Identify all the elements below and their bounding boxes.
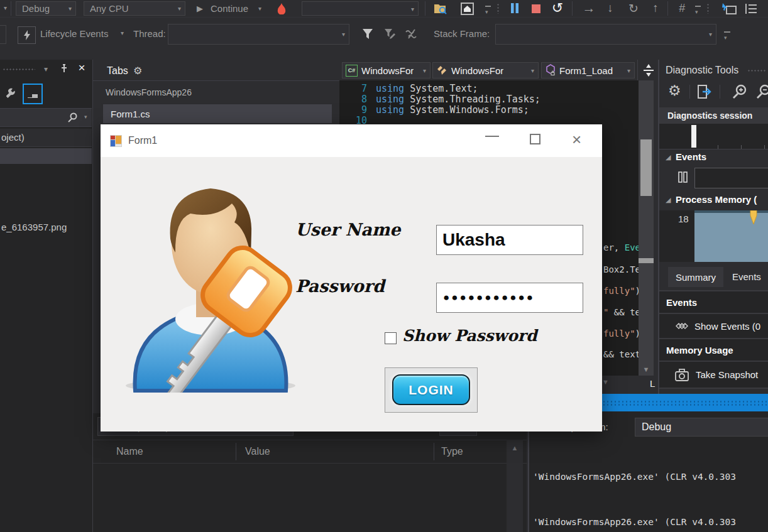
split-editor-icon[interactable]: [637, 60, 659, 80]
minimize-button[interactable]: [485, 136, 499, 137]
editor-scrollbar[interactable]: ▼: [639, 80, 654, 389]
toolbar-overflow-icon[interactable]: ▾: [695, 6, 701, 18]
diagnostics-timeline[interactable]: [659, 124, 768, 149]
toolbar-row2: Lifecycle Events ▾ Thread: ▾ Stack Frame…: [0, 17, 768, 51]
toolbar-edge-fragment: [0, 25, 6, 44]
properties-wrench-icon[interactable]: [5, 86, 20, 101]
properties-search-input[interactable]: ▾: [0, 108, 92, 127]
show-events-row[interactable]: Show Events (0: [659, 313, 768, 338]
code-line[interactable]: 7 using System.Text;: [339, 83, 639, 94]
raw-view-icon[interactable]: #: [674, 0, 690, 16]
username-field[interactable]: Ukasha: [436, 225, 583, 255]
chevron-down-icon[interactable]: ▾: [117, 30, 128, 36]
panel-grip-handle[interactable]: [747, 69, 766, 73]
stack-frame-combo[interactable]: ▾: [495, 24, 716, 45]
column-header-name[interactable]: Name: [116, 446, 143, 457]
stop-debugging-icon[interactable]: [529, 3, 543, 14]
events-view-button[interactable]: [23, 84, 43, 104]
login-button-face[interactable]: LOGIN: [392, 374, 470, 405]
filter-edit-icon[interactable]: [382, 26, 397, 42]
step-over-icon[interactable]: ↻: [625, 0, 642, 16]
chevron-down-icon: ▾: [174, 5, 185, 12]
collapse-triangle-icon[interactable]: ◢: [666, 196, 671, 204]
output-log[interactable]: 'WindowsFormsApp26.exe' (CLR v4.0.303 'W…: [533, 439, 768, 532]
memory-usage-header: Memory Usage: [659, 345, 733, 356]
output-source-combo[interactable]: Debug: [635, 418, 768, 437]
flat-view-icon[interactable]: [403, 26, 420, 42]
zoom-out-icon[interactable]: [755, 84, 768, 100]
scrollbar-thumb[interactable]: [640, 139, 652, 196]
chevron-down-icon[interactable]: ▾: [0, 4, 11, 11]
timeline-thumb[interactable]: [691, 125, 696, 148]
step-out-icon[interactable]: ↑: [647, 0, 664, 16]
gear-icon[interactable]: ⚙: [668, 82, 681, 99]
tab-events[interactable]: Events: [732, 271, 761, 282]
watch-scrollbar[interactable]: ▲: [507, 440, 523, 532]
scrollbar-down-arrow-icon[interactable]: ▼: [640, 364, 652, 374]
pin-icon[interactable]: [58, 62, 70, 75]
collapse-triangle-icon[interactable]: ◢: [666, 153, 671, 161]
toolbar-separator: [667, 1, 668, 16]
hot-reload-flame-icon[interactable]: [275, 3, 288, 15]
toolbar-empty-combo[interactable]: ▾: [302, 1, 419, 16]
output-source-value: Debug: [635, 421, 671, 433]
nav-member-dropdown[interactable]: Form1_Load ▾: [541, 62, 635, 79]
lifecycle-events-icon[interactable]: [18, 26, 36, 44]
events-track[interactable]: [694, 168, 768, 188]
code-line[interactable]: 9 using System.Windows.Forms;: [339, 104, 639, 115]
lifecycle-events-label[interactable]: Lifecycle Events: [40, 28, 108, 39]
take-snapshot-row[interactable]: Take Snapshot: [659, 361, 768, 389]
toolbar-overflow-icon[interactable]: ▾: [724, 31, 730, 43]
toolbar-grip-handle[interactable]: [496, 3, 500, 14]
chevron-down-icon[interactable]: ▼: [602, 378, 609, 386]
tab-form1-cs[interactable]: Form1.cs: [103, 104, 332, 123]
chevron-down-icon: ▾: [338, 31, 349, 38]
zoom-in-icon[interactable]: [731, 84, 749, 100]
toolbar-separator: [11, 1, 11, 16]
column-header-value[interactable]: Value: [245, 446, 270, 457]
tab-label: Form1.cs: [103, 109, 150, 119]
login-button[interactable]: LOGIN: [385, 367, 478, 413]
close-icon[interactable]: ×: [75, 61, 88, 75]
show-password-checkbox[interactable]: [385, 332, 397, 344]
step-into-icon[interactable]: ↓: [602, 0, 618, 16]
column-separator[interactable]: [236, 443, 236, 460]
debug-configuration-combo[interactable]: Debug ▾: [16, 1, 76, 16]
debug-configuration-value: Debug: [16, 3, 50, 14]
run-to-cursor-icon[interactable]: →: [579, 0, 598, 16]
toolbar-overflow-icon[interactable]: ▾: [485, 6, 491, 18]
thread-combo[interactable]: ▾: [168, 24, 349, 45]
chevron-down-icon: ▾: [419, 67, 430, 74]
form1-titlebar[interactable]: Form1 ×: [101, 124, 602, 157]
scrollbar-up-arrow-icon[interactable]: ▲: [509, 443, 520, 452]
column-header-type[interactable]: Type: [441, 446, 463, 457]
password-field[interactable]: ●●●●●●●●●●●: [436, 283, 583, 313]
nav-project-dropdown[interactable]: C# WindowsFor ▾: [342, 62, 431, 79]
show-all-windows-icon[interactable]: [459, 1, 476, 16]
platform-combo[interactable]: Any CPU ▾: [84, 1, 185, 16]
continue-button[interactable]: ▶ Continue ▾: [195, 0, 265, 17]
timeline-tick: [741, 145, 742, 149]
code-line[interactable]: 8 using System.Threading.Tasks;: [339, 94, 639, 104]
tab-summary[interactable]: Summary: [668, 267, 723, 287]
call-hierarchy-icon[interactable]: [743, 1, 760, 16]
maximize-button[interactable]: [530, 134, 540, 144]
close-button[interactable]: ×: [572, 130, 581, 149]
chevron-down-icon[interactable]: ▾: [40, 65, 52, 73]
export-icon[interactable]: [696, 84, 713, 100]
toolbar-grip-handle[interactable]: [706, 3, 710, 14]
browse-folder-icon[interactable]: [432, 1, 449, 16]
column-separator[interactable]: [434, 443, 434, 460]
toolbar-separator: [425, 1, 425, 16]
gear-icon[interactable]: ⚙: [133, 65, 142, 77]
filter-icon[interactable]: [360, 26, 375, 42]
properties-object-row[interactable]: oject): [0, 129, 92, 147]
panel-grip-handle[interactable]: [3, 68, 35, 72]
show-next-statement-icon[interactable]: [720, 1, 738, 16]
memory-area-chart[interactable]: [694, 210, 768, 262]
restart-debugging-icon[interactable]: ↺: [549, 0, 566, 16]
properties-selected-row[interactable]: [0, 148, 92, 164]
pause-break-all-icon[interactable]: [508, 2, 522, 14]
nav-class-dropdown[interactable]: WindowsFor ▾: [432, 62, 539, 79]
chevron-down-icon: ▾: [255, 5, 265, 12]
